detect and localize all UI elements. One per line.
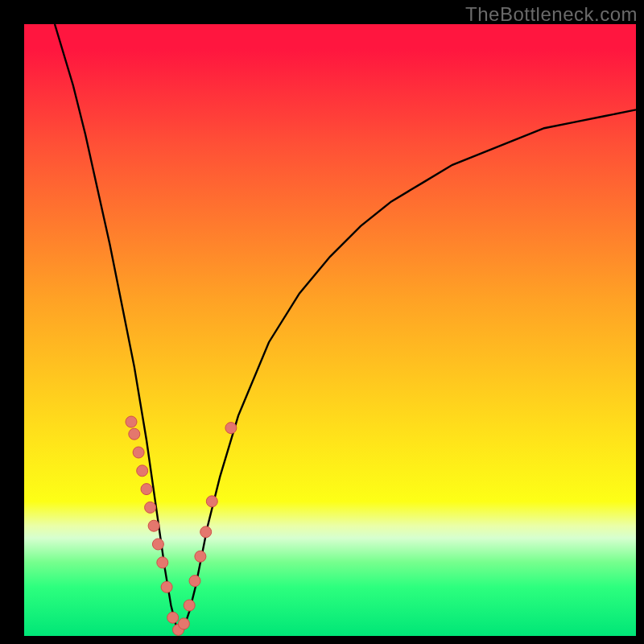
plot-area <box>24 24 636 636</box>
highlight-dot <box>126 416 137 427</box>
watermark-text: TheBottleneck.com <box>465 3 638 26</box>
highlight-dot <box>152 539 163 550</box>
highlight-dot <box>200 526 212 538</box>
highlight-dot <box>157 557 168 568</box>
highlight-dot <box>148 520 159 531</box>
bottleneck-curve-path <box>55 24 636 630</box>
highlight-dot <box>167 612 179 623</box>
highlight-dot <box>206 496 217 507</box>
highlight-dot <box>195 551 206 562</box>
chart-frame: TheBottleneck.com <box>0 0 644 644</box>
chart-overlay <box>24 24 636 636</box>
highlight-dot <box>161 581 172 592</box>
highlight-dot <box>178 618 189 630</box>
highlight-dot <box>133 447 144 458</box>
highlight-dot <box>189 576 200 587</box>
highlight-dot <box>141 484 152 495</box>
highlight-dot <box>184 600 195 611</box>
highlight-dots-group <box>126 416 237 635</box>
highlight-dot <box>129 428 140 440</box>
highlight-dot <box>137 465 148 477</box>
highlight-dot <box>145 502 156 513</box>
highlight-dot <box>225 423 237 434</box>
